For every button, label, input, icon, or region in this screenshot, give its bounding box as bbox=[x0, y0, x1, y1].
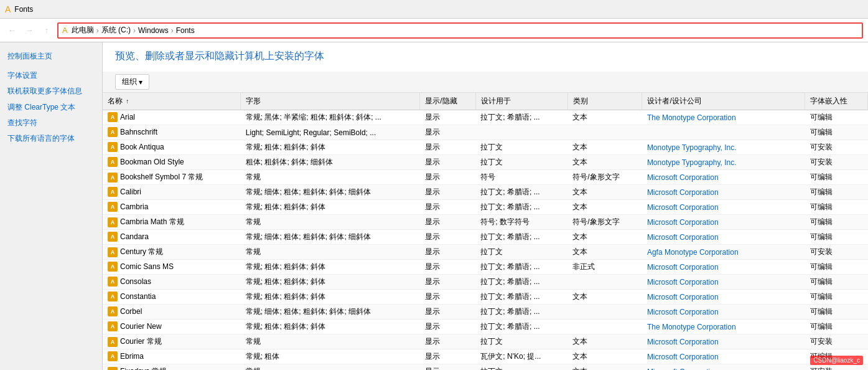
sidebar-find-char[interactable]: 查找字符 bbox=[0, 115, 102, 131]
table-row[interactable]: ACentury 常规常规显示拉丁文文本Agfa Monotype Corpor… bbox=[103, 245, 868, 260]
font-category-cell: 非正式 bbox=[567, 260, 642, 275]
font-category-cell: 文本 bbox=[567, 230, 642, 245]
designer-link[interactable]: Monotype Typography, Inc. bbox=[647, 158, 737, 167]
font-style-cell: 常规; 细体; 粗体; 粗斜体; 斜体; 细斜体 bbox=[241, 230, 420, 245]
col-name[interactable]: 名称 ↑ bbox=[103, 93, 241, 110]
font-style-cell: 粗体; 粗斜体; 斜体; 细斜体 bbox=[241, 155, 420, 170]
table-row[interactable]: AEbrima常规; 粗体显示瓦伊文; N'Ko; 提...文本Microsof… bbox=[103, 349, 868, 364]
font-design-cell: 拉丁文; 希腊语; ... bbox=[475, 275, 567, 290]
table-row[interactable]: ACambria Math 常规常规显示符号; 数字符号符号/象形文字Micro… bbox=[103, 215, 868, 230]
font-name-label: Century 常规 bbox=[120, 247, 163, 257]
designer-link[interactable]: Microsoft Corporation bbox=[647, 368, 719, 371]
designer-link[interactable]: Microsoft Corporation bbox=[647, 173, 719, 182]
font-table-body: AArial常规; 黑体; 半紧缩; 粗体; 粗斜体; 斜体; ...显示拉丁文… bbox=[103, 110, 868, 371]
font-table-container[interactable]: 名称 ↑ 字形 显示/隐藏 设计用于 类别 设计者/设计公司 字体嵌入性 AAr… bbox=[103, 93, 868, 370]
table-row[interactable]: AArial常规; 黑体; 半紧缩; 粗体; 粗斜体; 斜体; ...显示拉丁文… bbox=[103, 110, 868, 125]
designer-link[interactable]: Microsoft Corporation bbox=[647, 263, 719, 272]
designer-link[interactable]: Microsoft Corporation bbox=[647, 308, 719, 316]
col-visibility[interactable]: 显示/隐藏 bbox=[420, 93, 475, 110]
font-name-cell: ACorbel bbox=[103, 305, 227, 318]
designer-link[interactable]: Microsoft Corporation bbox=[647, 233, 719, 242]
table-row[interactable]: ABookman Old Style粗体; 粗斜体; 斜体; 细斜体显示拉丁文文… bbox=[103, 155, 868, 170]
table-row[interactable]: ACalibri常规; 细体; 粗体; 粗斜体; 斜体; 细斜体显示拉丁文; 希… bbox=[103, 185, 868, 200]
breadcrumb-pc[interactable]: 此电脑 bbox=[72, 25, 94, 36]
organize-button[interactable]: 组织 ▾ bbox=[115, 74, 149, 90]
font-type-icon: A bbox=[108, 367, 118, 371]
font-embed-cell: 可安装 bbox=[805, 140, 868, 155]
font-name-cell: ABookshelf Symbol 7 常规 bbox=[103, 170, 227, 184]
font-embed-cell: 可安装 bbox=[805, 334, 868, 349]
font-name-cell: ABook Antiqua bbox=[103, 140, 227, 154]
font-style-cell: 常规; 粗体; 粗斜体; 斜体 bbox=[241, 200, 420, 215]
up-button[interactable]: ↑ bbox=[40, 24, 54, 37]
back-button[interactable]: ← bbox=[5, 24, 19, 37]
breadcrumb-drive[interactable]: 系统 (C:) bbox=[101, 25, 131, 36]
col-designer[interactable]: 设计者/设计公司 bbox=[642, 93, 805, 110]
sidebar-cleartype[interactable]: 调整 ClearType 文本 bbox=[0, 100, 102, 115]
font-embed-cell: 可编辑 bbox=[805, 275, 868, 290]
designer-link[interactable]: Microsoft Corporation bbox=[647, 293, 719, 301]
font-show-cell: 显示 bbox=[420, 215, 475, 230]
sidebar-font-settings[interactable]: 字体设置 bbox=[0, 68, 102, 83]
sidebar-home[interactable]: 控制面板主页 bbox=[0, 49, 102, 64]
font-style-cell: 常规; 黑体; 半紧缩; 粗体; 粗斜体; 斜体; ... bbox=[241, 110, 420, 125]
font-show-cell: 显示 bbox=[420, 170, 475, 185]
sidebar-download-all[interactable]: 下载所有语言的字体 bbox=[0, 131, 102, 146]
font-design-cell: 符号 bbox=[475, 170, 567, 185]
font-design-cell: 拉丁文; 希腊语; ... bbox=[475, 320, 567, 334]
designer-link[interactable]: Microsoft Corporation bbox=[647, 188, 719, 197]
font-designer-cell: Microsoft Corporation bbox=[642, 275, 805, 290]
sidebar-online-fonts[interactable]: 联机获取更多字体信息 bbox=[0, 83, 102, 99]
breadcrumb-windows[interactable]: Windows bbox=[138, 26, 169, 35]
font-type-icon: A bbox=[108, 157, 118, 167]
designer-link[interactable]: Agfa Monotype Corporation bbox=[647, 248, 739, 257]
col-embed[interactable]: 字体嵌入性 bbox=[805, 93, 868, 110]
table-row[interactable]: ACourier 常规常规显示拉丁文文本Microsoft Corporatio… bbox=[103, 334, 868, 349]
designer-link[interactable]: Monotype Typography, Inc. bbox=[647, 143, 737, 152]
table-row[interactable]: ABookshelf Symbol 7 常规常规显示符号符号/象形文字Micro… bbox=[103, 170, 868, 185]
font-category-cell: 文本 bbox=[567, 155, 642, 170]
font-name-label: Book Antiqua bbox=[120, 143, 164, 151]
col-category[interactable]: 类别 bbox=[567, 93, 642, 110]
table-row[interactable]: AFixedsys 常规常规显示拉丁文文本Microsoft Corporati… bbox=[103, 364, 868, 371]
table-row[interactable]: ACambria常规; 粗体; 粗斜体; 斜体显示拉丁文; 希腊语; ...文本… bbox=[103, 200, 868, 215]
designer-link[interactable]: The Monotype Corporation bbox=[647, 323, 736, 331]
font-category-cell: 文本 bbox=[567, 364, 642, 371]
content-area: 预览、删除或者显示和隐藏计算机上安装的字体 组织 ▾ 名称 ↑ 字形 显示/隐藏… bbox=[103, 42, 868, 370]
breadcrumb-fonts[interactable]: Fonts bbox=[176, 26, 195, 35]
font-name-cell: AConsolas bbox=[103, 275, 227, 288]
font-name-cell: ACambria bbox=[103, 200, 227, 214]
designer-link[interactable]: Microsoft Corporation bbox=[647, 353, 719, 361]
font-show-cell: 显示 bbox=[420, 349, 475, 364]
font-embed-cell: 可编辑 bbox=[805, 185, 868, 200]
font-category-cell: 文本 bbox=[567, 185, 642, 200]
organize-label: 组织 bbox=[122, 77, 137, 87]
table-row[interactable]: ACandara常规; 细体; 粗体; 粗斜体; 斜体; 细斜体显示拉丁文; 希… bbox=[103, 230, 868, 245]
table-row[interactable]: ABook Antiqua常规; 粗体; 粗斜体; 斜体显示拉丁文文本Monot… bbox=[103, 140, 868, 155]
forward-button[interactable]: → bbox=[22, 24, 36, 37]
font-name-label: Arial bbox=[120, 113, 135, 121]
table-row[interactable]: AComic Sans MS常规; 粗体; 粗斜体; 斜体显示拉丁文; 希腊语;… bbox=[103, 260, 868, 275]
font-type-icon: A bbox=[108, 306, 118, 316]
font-name-label: Courier New bbox=[120, 322, 162, 331]
table-row[interactable]: AConstantia常规; 粗体; 粗斜体; 斜体显示拉丁文; 希腊语; ..… bbox=[103, 290, 868, 305]
font-style-cell: 常规; 细体; 粗体; 粗斜体; 斜体; 细斜体 bbox=[241, 305, 420, 320]
font-designer-cell bbox=[642, 125, 805, 140]
table-row[interactable]: ACourier New常规; 粗体; 粗斜体; 斜体显示拉丁文; 希腊语; .… bbox=[103, 320, 868, 334]
font-embed-cell: 可编辑 bbox=[805, 215, 868, 230]
table-row[interactable]: AConsolas常规; 粗体; 粗斜体; 斜体显示拉丁文; 希腊语; ...M… bbox=[103, 275, 868, 290]
col-style[interactable]: 字形 bbox=[241, 93, 420, 110]
table-row[interactable]: ABahnschriftLight; SemiLight; Regular; S… bbox=[103, 125, 868, 140]
font-name-cell: ACentury 常规 bbox=[103, 245, 227, 259]
font-designer-cell: Microsoft Corporation bbox=[642, 260, 805, 275]
designer-link[interactable]: The Monotype Corporation bbox=[647, 113, 736, 122]
designer-link[interactable]: Microsoft Corporation bbox=[647, 203, 719, 212]
title-text: Fonts bbox=[14, 5, 33, 14]
designer-link[interactable]: Microsoft Corporation bbox=[647, 218, 719, 227]
font-category-cell: 文本 bbox=[567, 140, 642, 155]
designer-link[interactable]: Microsoft Corporation bbox=[647, 338, 719, 346]
font-name-label: Cambria bbox=[120, 202, 148, 211]
designer-link[interactable]: Microsoft Corporation bbox=[647, 278, 719, 287]
col-design[interactable]: 设计用于 bbox=[475, 93, 567, 110]
table-row[interactable]: ACorbel常规; 细体; 粗体; 粗斜体; 斜体; 细斜体显示拉丁文; 希腊… bbox=[103, 305, 868, 320]
